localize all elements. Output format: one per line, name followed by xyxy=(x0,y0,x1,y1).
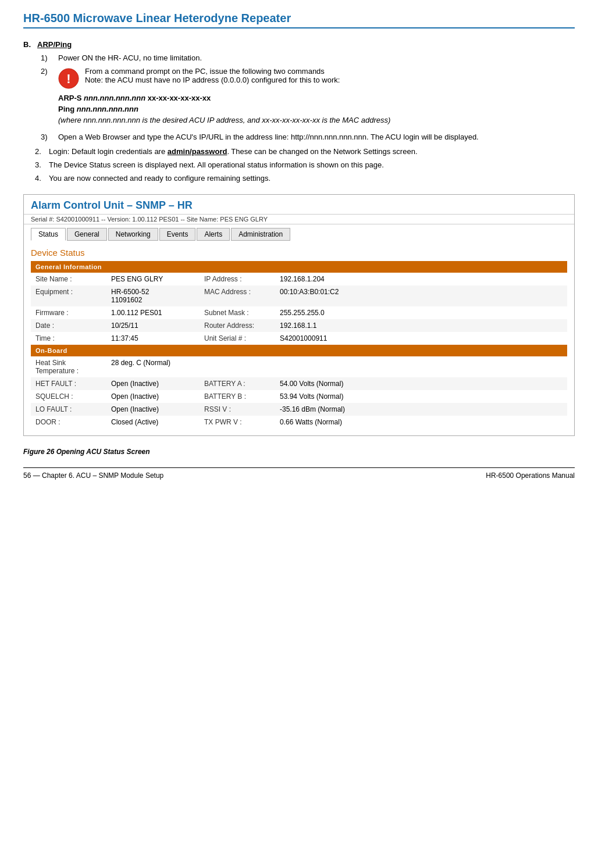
label-heat-sink: Heat SinkTemperature : xyxy=(31,356,106,377)
label-rssi-v: RSSI V : xyxy=(200,403,275,416)
val-unit-serial: S42001000911 xyxy=(275,332,567,345)
onboard-header: On-Board xyxy=(31,345,567,356)
table-row: Equipment : HR-6500-5211091602 MAC Addre… xyxy=(31,285,567,306)
item-num: 2) xyxy=(41,67,58,128)
val-rssi-v: -35.16 dBm (Normal) xyxy=(275,403,567,416)
val-empty1 xyxy=(275,356,567,377)
acu-ui-screenshot: Alarm Control Unit – SNMP – HR Serial #:… xyxy=(23,194,575,436)
item-num: 3) xyxy=(41,133,58,141)
val-het-fault: Open (Inactive) xyxy=(106,377,200,390)
tab-status[interactable]: Status xyxy=(31,228,66,241)
table-row: HET FAULT : Open (Inactive) BATTERY A : … xyxy=(31,377,567,390)
label-ip-address: IP Address : xyxy=(200,273,275,285)
table-row: SQUELCH : Open (Inactive) BATTERY B : 53… xyxy=(31,390,567,403)
footer: 56 — Chapter 6. ACU – SNMP Module Setup … xyxy=(23,467,575,480)
list-item: 4. You are now connected and ready to co… xyxy=(35,174,575,183)
italic-note: (where nnn.nnn.nnn.nnn is the desired AC… xyxy=(58,116,575,124)
item-num: 4. xyxy=(35,174,49,183)
tab-general[interactable]: General xyxy=(67,228,107,241)
val-tx-pwr-v: 0.66 Watts (Normal) xyxy=(275,416,567,428)
item-note-line2: Note: the ACU must have no IP address (0… xyxy=(85,76,340,84)
section-b-title: ARP/Ping xyxy=(37,40,72,49)
label-battery-a: BATTERY A : xyxy=(200,377,275,390)
label-mac-address: MAC Address : xyxy=(200,285,275,306)
list-item: 3. The Device Status screen is displayed… xyxy=(35,160,575,169)
val-door: Closed (Active) xyxy=(106,416,200,428)
val-subnet-mask: 255.255.255.0 xyxy=(275,306,567,319)
label-equipment: Equipment : xyxy=(31,285,106,306)
val-squelch: Open (Inactive) xyxy=(106,390,200,403)
val-lo-fault: Open (Inactive) xyxy=(106,403,200,416)
label-unit-serial: Unit Serial # : xyxy=(200,332,275,345)
svg-text:!: ! xyxy=(66,72,70,86)
list-item: 3) Open a Web Browser and type the ACU's… xyxy=(41,133,575,141)
item-content: The Device Status screen is displayed ne… xyxy=(49,160,384,169)
label-router-address: Router Address: xyxy=(200,319,275,332)
admin-password: admin/password xyxy=(168,147,227,156)
item-num: 3. xyxy=(35,160,49,169)
label-site-name: Site Name : xyxy=(31,273,106,285)
val-date: 10/25/11 xyxy=(106,319,200,332)
label-empty1 xyxy=(200,356,275,377)
tab-administration[interactable]: Administration xyxy=(231,228,290,241)
item-num: 2. xyxy=(35,147,49,156)
item-content: Open a Web Browser and type the ACU's IP… xyxy=(58,133,575,141)
label-het-fault: HET FAULT : xyxy=(31,377,106,390)
val-battery-a: 54.00 Volts (Normal) xyxy=(275,377,567,390)
label-subnet-mask: Subnet Mask : xyxy=(200,306,275,319)
item-content: Login: Default login credentials are adm… xyxy=(49,147,418,156)
label-lo-fault: LO FAULT : xyxy=(31,403,106,416)
table-row: Site Name : PES ENG GLRY IP Address : 19… xyxy=(31,273,567,285)
item-content: ! From a command prompt on the PC, issue… xyxy=(58,67,575,128)
label-tx-pwr-v: TX PWR V : xyxy=(200,416,275,428)
tab-networking[interactable]: Networking xyxy=(108,228,158,241)
table-row: Heat SinkTemperature : 28 deg. C (Normal… xyxy=(31,356,567,377)
table-row: Time : 11:37:45 Unit Serial # : S4200100… xyxy=(31,332,567,345)
label-firmware: Firmware : xyxy=(31,306,106,319)
val-firmware: 1.00.112 PES01 xyxy=(106,306,200,319)
device-status-heading: Device Status xyxy=(24,244,574,261)
val-battery-b: 53.94 Volts (Normal) xyxy=(275,390,567,403)
val-equipment: HR-6500-5211091602 xyxy=(106,285,200,306)
general-info-table: General Information Site Name : PES ENG … xyxy=(31,261,567,428)
val-ip-address: 192.168.1.204 xyxy=(275,273,567,285)
general-info-header: General Information xyxy=(31,261,567,273)
tab-alerts[interactable]: Alerts xyxy=(197,228,230,241)
val-site-name: PES ENG GLRY xyxy=(106,273,200,285)
table-row: Firmware : 1.00.112 PES01 Subnet Mask : … xyxy=(31,306,567,319)
acu-serial-bar: Serial #: S42001000911 -- Version: 1.00.… xyxy=(24,214,574,224)
table-row: DOOR : Closed (Active) TX PWR V : 0.66 W… xyxy=(31,416,567,428)
val-heat-sink: 28 deg. C (Normal) xyxy=(106,356,200,377)
item-content: Power ON the HR- ACU, no time limitation… xyxy=(58,53,575,62)
item-note-line1: From a command prompt on the PC, issue t… xyxy=(85,67,340,76)
table-row: LO FAULT : Open (Inactive) RSSI V : -35.… xyxy=(31,403,567,416)
list-item: 2) ! From a command prompt on the PC, is… xyxy=(41,67,575,128)
page-title: HR-6500 Microwave Linear Heterodyne Repe… xyxy=(23,12,575,28)
table-row: Date : 10/25/11 Router Address: 192.168.… xyxy=(31,319,567,332)
footer-right: HR-6500 Operations Manual xyxy=(486,471,575,480)
acu-nav: Status General Networking Events Alerts … xyxy=(24,224,574,244)
label-time: Time : xyxy=(31,332,106,345)
acu-title: Alarm Control Unit – SNMP – HR xyxy=(31,199,193,211)
cmd1: ARP-S nnn.nnn.nnn.nnn xx-xx-xx-xx-xx-xx xyxy=(58,94,575,102)
warning-icon: ! xyxy=(58,68,79,89)
val-time: 11:37:45 xyxy=(106,332,200,345)
item-num: 1) xyxy=(41,53,58,62)
label-squelch: SQUELCH : xyxy=(31,390,106,403)
section-b-label: B. xyxy=(23,40,37,49)
list-item: 1) Power ON the HR- ACU, no time limitat… xyxy=(41,53,575,62)
figure-caption: Figure 26 Opening ACU Status Screen xyxy=(23,448,575,456)
label-battery-b: BATTERY B : xyxy=(200,390,275,403)
label-date: Date : xyxy=(31,319,106,332)
tab-events[interactable]: Events xyxy=(159,228,196,241)
list-item: 2. Login: Default login credentials are … xyxy=(35,147,575,156)
cmd2: Ping nnn.nnn.nnn.nnn xyxy=(58,105,575,113)
val-router-address: 192.168.1.1 xyxy=(275,319,567,332)
label-door: DOOR : xyxy=(31,416,106,428)
item-content: You are now connected and ready to confi… xyxy=(49,174,270,183)
val-mac-address: 00:10:A3:B0:01:C2 xyxy=(275,285,567,306)
footer-left: 56 — Chapter 6. ACU – SNMP Module Setup xyxy=(23,471,163,480)
